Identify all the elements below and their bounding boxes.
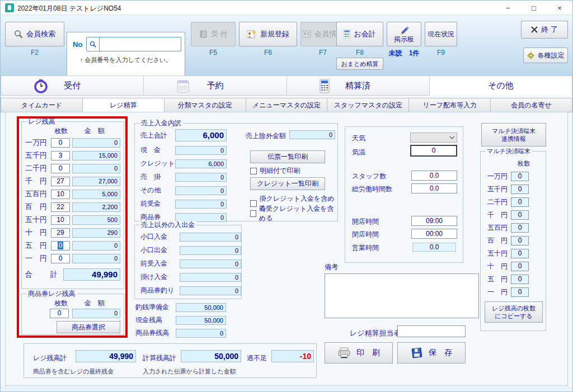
amount-field[interactable]: 0 — [72, 164, 120, 173]
subtab-member-merge[interactable]: 会員の名寄せ — [491, 98, 572, 112]
checkbox-icon[interactable] — [250, 210, 256, 217]
open-time-input[interactable]: 09:00 — [411, 216, 457, 226]
subtab-register-settlement[interactable]: レジ精算 — [83, 98, 165, 112]
value-field[interactable]: 0 — [176, 329, 226, 338]
count-input[interactable]: 0 — [51, 138, 70, 148]
detail-print-checkbox-row[interactable]: 明細付で印刷 — [250, 166, 300, 176]
voucher-amount-field[interactable]: 0 — [72, 309, 120, 318]
member-no-input[interactable] — [100, 37, 181, 51]
slip-list-print-button[interactable]: 伝票一覧印刷 — [250, 150, 325, 163]
amount-field[interactable]: 290 — [72, 228, 120, 238]
count-input[interactable]: 0 — [511, 275, 529, 284]
tab-settled[interactable]: 精算済 — [287, 75, 430, 96]
close-button[interactable]: × — [547, 1, 572, 15]
staff-count-input[interactable]: 0.0 — [411, 171, 457, 181]
current-status-button[interactable]: 現在状況 — [425, 22, 457, 46]
subtab-staff-master[interactable]: スタッフマスタの設定 — [327, 98, 409, 112]
amount-field[interactable]: 0 — [72, 254, 120, 263]
amount-field[interactable]: 0 — [72, 241, 120, 251]
value-field[interactable]: 0 — [175, 173, 227, 182]
value-field[interactable]: 0 — [175, 146, 227, 155]
value-field[interactable]: 6,000 — [175, 159, 227, 168]
copy-to-register-button[interactable]: レジ残高の枚数 にコピーする — [485, 301, 543, 323]
count-input[interactable]: 0 — [511, 197, 529, 207]
register-settlement-panel: レジ残高 枚数 金 額 一万円00五千円315,000二千円00千 円2727,… — [5, 112, 568, 386]
count-input[interactable]: 0 — [511, 185, 529, 194]
tab-reservation[interactable]: 予約 — [144, 75, 286, 96]
value-field[interactable]: 0 — [180, 273, 241, 282]
denomination-row: 五十円0 — [487, 249, 529, 258]
value-field[interactable]: 0 — [180, 246, 241, 255]
field-row: 前受金0 — [140, 199, 227, 209]
temperature-input[interactable]: 0 — [410, 145, 457, 157]
amount-field[interactable]: 27,000 — [72, 177, 120, 186]
count-input[interactable]: 27 — [51, 177, 70, 186]
count-input[interactable]: 0 — [511, 262, 529, 271]
total-amount-field[interactable]: 49,990 — [63, 268, 120, 281]
total-hours-input[interactable]: 0.0 — [411, 183, 457, 193]
amount-field[interactable]: 15,000 — [72, 151, 120, 160]
value-field[interactable]: 0 — [180, 259, 241, 268]
count-input[interactable]: 0 — [511, 287, 529, 297]
count-input[interactable]: 0 — [51, 164, 70, 173]
remarks-textarea[interactable] — [325, 273, 479, 318]
value-field[interactable]: 0 — [175, 186, 227, 195]
count-input[interactable]: 22 — [51, 202, 70, 212]
count-input[interactable]: 10 — [51, 215, 70, 225]
board-button[interactable]: 掲示板 — [387, 22, 421, 46]
subtab-leaf-input[interactable]: リーフ配布等入力 — [409, 98, 491, 112]
new-register-button[interactable]: 新規登録 — [239, 22, 297, 46]
count-input[interactable]: 0 — [511, 223, 529, 233]
value-field[interactable]: 0 — [180, 286, 241, 295]
count-input[interactable]: 0 — [511, 172, 529, 181]
credit-list-print-button[interactable]: クレジット一覧印刷 — [250, 177, 325, 190]
close-time-input[interactable]: 00:00 — [411, 229, 457, 239]
tab-reception[interactable]: 受付 — [1, 75, 144, 96]
weather-dropdown[interactable] — [410, 133, 457, 143]
value-field[interactable]: 0 — [175, 200, 227, 209]
value-field[interactable]: 50,000 — [176, 303, 226, 312]
member-search-button[interactable]: 会員検索 — [5, 22, 64, 46]
value-field[interactable]: 50,000 — [176, 316, 226, 325]
amount-field[interactable]: 2,200 — [72, 202, 120, 212]
voucher-count-input[interactable]: 0 — [50, 309, 69, 318]
save-button[interactable]: 保 存 — [397, 342, 466, 363]
subtab-category-master[interactable]: 分類マスタの設定 — [165, 98, 246, 112]
credit-maeuke-checkbox-row[interactable]: 前受クレジット入金を含める — [250, 204, 337, 223]
checkbox-icon[interactable] — [250, 168, 257, 174]
maximize-button[interactable]: □ — [521, 1, 547, 15]
tab-other[interactable]: その他 — [430, 75, 572, 96]
row-label: 小口出金 — [140, 245, 180, 255]
count-input[interactable]: 10 — [51, 190, 70, 199]
multi-terminal-link-button[interactable]: マルチ決済端末 連携情報 — [481, 123, 546, 147]
subtab-menu-master[interactable]: メニューマスタの設定 — [246, 98, 328, 112]
exit-button[interactable]: 終 了 — [521, 21, 568, 39]
voucher-select-button[interactable]: 商品券選択 — [57, 321, 120, 333]
minimize-button[interactable]: − — [495, 1, 521, 15]
settlement-staff-input[interactable] — [397, 325, 466, 337]
row-label: 二千円 — [25, 163, 51, 173]
exclusion-field[interactable]: 0 — [289, 130, 335, 139]
fkey-f5: F5 — [209, 49, 217, 56]
batch-settlement-button[interactable]: おまとめ精算 — [336, 58, 383, 70]
settings-button[interactable]: 各種設定 — [523, 48, 568, 63]
print-button[interactable]: 印 刷 — [325, 342, 393, 363]
amount-field[interactable]: 500 — [72, 215, 120, 225]
amount-field[interactable]: 0 — [72, 138, 120, 148]
amount-field[interactable]: 5,000 — [72, 190, 120, 199]
field-row: 小口入金0 — [140, 232, 241, 242]
count-input[interactable]: 0 — [511, 210, 529, 220]
count-input[interactable]: 0 — [511, 236, 529, 245]
value-field[interactable]: 0 — [180, 233, 241, 242]
count-input[interactable]: 3 — [51, 151, 70, 160]
open-time-label: 開店時間 — [352, 217, 379, 226]
denomination-rows: 一万円00五千円315,000二千円00千 円2727,000五百円105,00… — [25, 138, 120, 263]
value-field[interactable]: 6,000 — [175, 129, 227, 141]
count-input[interactable]: 29 — [51, 228, 70, 238]
checkout-button[interactable]: お会計 — [336, 22, 383, 46]
count-input[interactable]: 0 — [51, 241, 70, 251]
subtab-timecard[interactable]: タイムカード — [1, 98, 83, 112]
count-input[interactable]: 0 — [51, 254, 70, 263]
no-search-button[interactable] — [86, 37, 100, 51]
count-input[interactable]: 0 — [511, 249, 529, 258]
